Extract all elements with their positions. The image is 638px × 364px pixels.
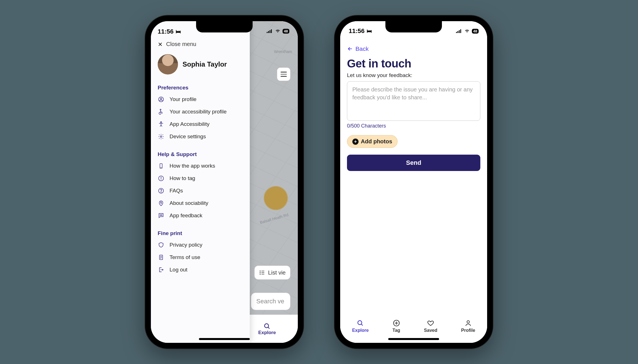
- menu-item-device-settings[interactable]: Device settings: [158, 130, 243, 143]
- menu-list-help: How the app works How to tag FAQs About …: [158, 160, 243, 222]
- search-placeholder: Search ve: [256, 298, 284, 305]
- section-title-help: Help & Support: [158, 151, 243, 157]
- svg-rect-34: [459, 30, 460, 33]
- menu-item-label: App Accessibility: [170, 121, 243, 127]
- home-indicator: [199, 338, 250, 340]
- svg-rect-28: [267, 32, 268, 33]
- svg-rect-30: [270, 30, 270, 33]
- back-label: Back: [355, 45, 369, 52]
- menu-item-log-out[interactable]: Log out: [158, 264, 243, 276]
- svg-point-6: [265, 324, 269, 328]
- nav-explore[interactable]: Explore: [258, 323, 276, 336]
- chat-icon: [158, 212, 164, 219]
- menu-item-app-accessibility[interactable]: App Accessibility: [158, 118, 243, 130]
- accessibility-person-icon: [158, 121, 164, 128]
- notch: [385, 21, 442, 32]
- menu-item-how-to-tag[interactable]: How to tag: [158, 172, 243, 185]
- screen-right: 11:56 🛏︎ 48 Back Get in touch Let us kno…: [340, 21, 487, 343]
- battery-icon: 48: [472, 29, 479, 34]
- svg-line-37: [361, 324, 363, 325]
- svg-point-41: [467, 321, 470, 323]
- menu-item-privacy-policy[interactable]: Privacy policy: [158, 239, 243, 251]
- arrow-left-icon: [347, 46, 353, 52]
- menu-list-preferences: Your profile Your accessibility profile …: [158, 93, 243, 143]
- svg-point-22: [161, 215, 161, 215]
- svg-point-1: [260, 272, 261, 273]
- signal-icon: [456, 29, 462, 33]
- home-indicator: [388, 338, 439, 340]
- search-input-partial[interactable]: Search ve: [251, 293, 290, 310]
- feedback-textarea[interactable]: Please describe the issue you are having…: [347, 81, 480, 121]
- svg-rect-33: [457, 31, 458, 33]
- profile-row[interactable]: Sophia Taylor: [158, 54, 243, 74]
- svg-point-2: [260, 274, 261, 275]
- nav-label: Saved: [424, 328, 437, 333]
- list-view-button[interactable]: List vie: [254, 266, 290, 280]
- feedback-page: Back Get in touch Let us know your feedb…: [340, 21, 487, 343]
- svg-rect-35: [460, 29, 461, 33]
- menu-item-terms-of-use[interactable]: Terms of use: [158, 251, 243, 264]
- svg-rect-31: [271, 29, 272, 33]
- add-photos-label: Add photos: [361, 138, 392, 145]
- section-title-preferences: Preferences: [158, 85, 243, 91]
- back-button[interactable]: Back: [340, 45, 487, 52]
- section-title-fineprint: Fine print: [158, 230, 243, 236]
- send-button[interactable]: Send: [347, 155, 480, 171]
- nav-tag[interactable]: Tag: [392, 319, 400, 333]
- wifi-icon: [275, 29, 281, 33]
- svg-point-21: [160, 215, 160, 215]
- location-s-icon: [158, 200, 164, 207]
- menu-item-how-app-works[interactable]: How the app works: [158, 160, 243, 172]
- nav-explore-label: Explore: [258, 330, 276, 336]
- svg-rect-29: [268, 31, 269, 33]
- shield-icon: [158, 242, 164, 248]
- question-icon: [158, 187, 164, 194]
- feedback-placeholder: Please describe the issue you are having…: [352, 86, 473, 100]
- notch: [196, 21, 253, 32]
- gear-icon: [158, 133, 164, 140]
- menu-item-accessibility-profile[interactable]: Your accessibility profile: [158, 106, 243, 118]
- phone-frame-right: 11:56 🛏︎ 48 Back Get in touch Let us kno…: [335, 16, 493, 348]
- menu-item-label: Device settings: [170, 133, 243, 140]
- menu-item-label: FAQs: [170, 188, 243, 194]
- bottom-nav-partial: Explore: [247, 315, 298, 343]
- nav-saved[interactable]: Saved: [424, 319, 437, 333]
- profile-icon: [465, 319, 472, 327]
- add-photos-button[interactable]: + Add photos: [347, 135, 398, 148]
- menu-item-faqs[interactable]: FAQs: [158, 185, 243, 197]
- list-icon: [259, 269, 265, 276]
- svg-point-36: [358, 321, 362, 324]
- page-title: Get in touch: [340, 57, 487, 70]
- wheelchair-icon: [158, 108, 164, 115]
- menu-item-label: How the app works: [170, 163, 243, 169]
- hamburger-menu-button[interactable]: [277, 67, 290, 81]
- plus-circle-icon: [393, 319, 400, 327]
- menu-item-label: Terms of use: [170, 254, 243, 260]
- avatar: [158, 54, 178, 74]
- profile-name: Sophia Taylor: [183, 60, 227, 68]
- svg-point-12: [160, 122, 162, 123]
- menu-item-label: Log out: [170, 267, 243, 273]
- alarm-icon: 🛏︎: [367, 28, 372, 34]
- svg-point-9: [160, 98, 162, 100]
- drawer-menu: 11:56 🛏︎ Close menu Sophia Taylor Prefer…: [151, 21, 250, 343]
- user-circle-icon: [158, 96, 164, 103]
- search-icon: [263, 323, 271, 330]
- svg-point-11: [159, 112, 161, 114]
- svg-line-7: [268, 327, 270, 328]
- menu-item-app-feedback[interactable]: App feedback: [158, 209, 243, 222]
- menu-item-about-sociability[interactable]: About sociability: [158, 197, 243, 209]
- info-icon: [158, 175, 164, 182]
- screen-left: Wrentham Balsall Heath Rd List vie Searc…: [151, 21, 298, 343]
- menu-item-label: How to tag: [170, 175, 243, 181]
- close-menu-button[interactable]: Close menu: [158, 41, 243, 47]
- plus-circle-icon: +: [352, 139, 359, 145]
- nav-profile[interactable]: Profile: [461, 319, 475, 333]
- svg-rect-32: [456, 32, 457, 33]
- map-street-label: Balsall Heath Rd: [259, 212, 289, 225]
- search-icon: [357, 319, 364, 327]
- menu-item-your-profile[interactable]: Your profile: [158, 93, 243, 106]
- nav-explore[interactable]: Explore: [352, 319, 369, 333]
- menu-list-fineprint: Privacy policy Terms of use Log out: [158, 239, 243, 276]
- send-label: Send: [406, 159, 421, 166]
